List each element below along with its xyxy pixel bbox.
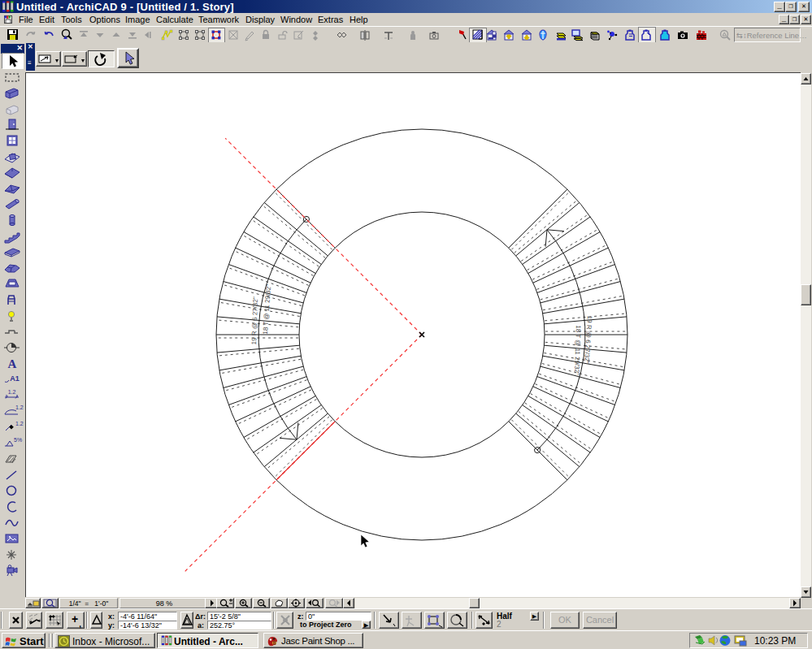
svg-text:19 R @ 6 27/32": 19 R @ 6 27/32" bbox=[583, 315, 593, 364]
svg-text:1.2: 1.2 bbox=[15, 405, 24, 410]
svg-text:A: A bbox=[8, 357, 17, 370]
svg-text:1.2: 1.2 bbox=[15, 421, 24, 426]
svg-text:5%: 5% bbox=[14, 437, 22, 443]
svg-text:8: 8 bbox=[273, 640, 276, 646]
svg-text:18 T @ 11 29/32": 18 T @ 11 29/32" bbox=[262, 284, 272, 335]
svg-text:A1: A1 bbox=[10, 374, 20, 383]
svg-text:1.2: 1.2 bbox=[8, 389, 16, 395]
svg-text:18 T @ 11 29/32": 18 T @ 11 29/32" bbox=[573, 325, 582, 375]
